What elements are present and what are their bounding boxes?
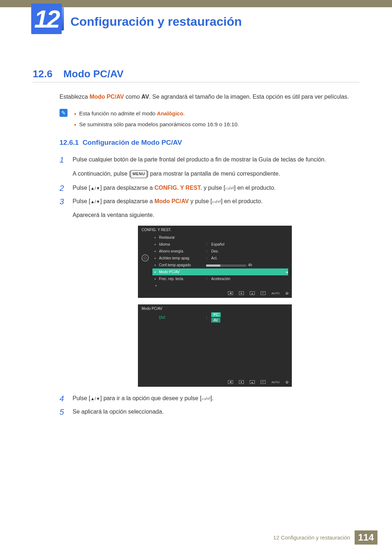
osd-config-rest: CONFIG. Y REST. ▸Restaurar▸Idioma:Españo… (138, 226, 292, 298)
osd-row: ▸Act/des temp apag:Act. (152, 255, 288, 262)
osd-footer-button: ▼ (239, 380, 244, 384)
osd-footer-button: AUTO (271, 380, 279, 384)
osd-option: AV (211, 318, 220, 323)
page-number: 114 (355, 530, 377, 545)
step-1: 1 Pulse cualquier botón de la parte fron… (60, 155, 359, 179)
osd-footer-button: ◀ (228, 291, 233, 295)
osd-scroll-down-icon: ▾ (152, 282, 288, 289)
footer-text: 12 Configuración y restauración (273, 534, 350, 541)
osd-row: ▸Idioma:Español (152, 241, 288, 248)
osd-modo-pcav: Modo PC/AV DVI : PC AV ◀▼▲↩AUTO⏻ (138, 304, 292, 387)
osd-footer-button: ↩ (261, 380, 266, 384)
chapter-number: 12 (34, 7, 59, 31)
step-3: 3 Pulse [▲/▼] para desplazarse a Modo PC… (60, 196, 359, 221)
page-footer: 12 Configuración y restauración 114 (273, 530, 377, 545)
osd-footer-button: ◀ (228, 380, 233, 384)
osd-footer: ◀▼▲↩AUTO⏻ (138, 289, 292, 298)
chapter-title: Configuración y restauración (70, 15, 242, 29)
osd-footer-button: ↩ (261, 291, 266, 295)
osd-title: Modo PC/AV (138, 304, 292, 313)
intro-paragraph: Establezca Modo PC/AV como AV. Se agrand… (60, 92, 359, 102)
note-item: ●Se suministra sólo para modelos panorám… (74, 119, 239, 130)
osd-footer-button: AUTO (271, 291, 279, 295)
osd-footer-button: ▲ (250, 380, 255, 384)
osd-row: ▸Ahorro energía:Des. (152, 248, 288, 255)
gear-icon (142, 254, 149, 262)
step-4: 4 Pulse [▲/▼] para ir a la opción que de… (60, 393, 359, 405)
section-title: Modo PC/AV (63, 68, 123, 79)
subsection-heading: 12.6.1 Configuración de Modo PC/AV (60, 139, 359, 147)
note-block: ✎ ●Esta función no admite el modo Analóg… (60, 108, 359, 130)
osd-row: ▸Restaurar (152, 234, 288, 241)
osd-row: DVI : PC AV (152, 314, 288, 321)
osd-footer-button: ⏻ (285, 291, 288, 295)
osd-row: ▸Conf.temp.apagado 4h (152, 262, 288, 268)
step-2: 2 Pulse [▲/▼] para desplazarse a CONFIG.… (60, 183, 359, 194)
step-5: 5 Se aplicará la opción seleccionada. (60, 407, 359, 418)
section-rule (33, 82, 359, 82)
osd-footer-button: ⏻ (285, 380, 288, 384)
osd-row: ▸Frec. rep. tecla:Aceleración (152, 275, 288, 282)
note-item: ●Esta función no admite el modo Analógic… (74, 108, 239, 119)
section-heading: 12.6 Modo PC/AV (33, 68, 359, 80)
osd-option-selected: PC (211, 312, 221, 317)
section-number: 12.6 (33, 68, 62, 80)
chapter-badge: 12 (31, 4, 64, 42)
osd-footer: ◀▼▲↩AUTO⏻ (138, 378, 292, 387)
note-icon: ✎ (60, 109, 68, 117)
osd-title: CONFIG. Y REST. (138, 226, 292, 234)
osd-footer-button: ▲ (250, 291, 255, 295)
osd-row: ▸Modo PC/AV▸ (152, 268, 288, 275)
osd-footer-button: ▼ (239, 291, 244, 295)
menu-button-glyph: MENU (131, 170, 147, 178)
